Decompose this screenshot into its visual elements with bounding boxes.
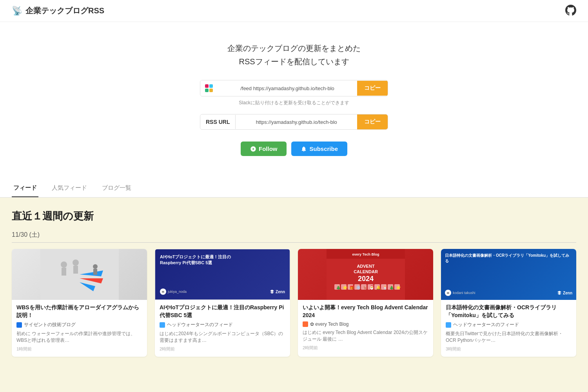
svg-point-3 xyxy=(73,260,79,266)
subscribe-icon xyxy=(301,146,307,152)
rss-url-box: RSS URL https://yamadashy.github.io/tech… xyxy=(200,114,388,130)
main-content: 直近１週間の更新 11/30 (土) xyxy=(0,198,588,392)
blog-icon xyxy=(446,322,451,328)
follow-label: Follow xyxy=(259,145,278,152)
card-image-wbs xyxy=(12,249,147,300)
svg-text:🎁: 🎁 xyxy=(349,285,354,290)
section-title: 直近１週間の更新 xyxy=(12,209,576,223)
card-image-raspberry: AIやIoTプロジェクトに最適！注目のRaspberry Pi代替SBC 5選 … xyxy=(155,249,290,300)
github-icon xyxy=(565,5,576,16)
svg-text:🎄: 🎄 xyxy=(389,285,394,290)
svg-point-8 xyxy=(93,264,98,269)
card-blog: ヘッドウォータースのフィード xyxy=(160,321,285,328)
card-body: AIやIoTプロジェクトに最適！注目のRaspberry Pi代替SBC 5選 … xyxy=(155,300,290,357)
slack-copy-button[interactable]: コピー xyxy=(357,81,388,96)
blog-name: ヘッドウォータースのフィード xyxy=(167,321,233,328)
tab-nav: フィード 人気フィード ブログ一覧 xyxy=(0,180,588,198)
svg-text:CALENDAR: CALENDAR xyxy=(354,269,378,274)
hero-subtitle: 企業のテックブログの更新をまとめたRSSフィードを配信しています xyxy=(8,42,580,68)
card-time: 2時間前 xyxy=(160,346,285,352)
table-row[interactable]: WBSを用いた作業計画をアローダイアグラムから説明！ サイゼントの技術ブログ 初… xyxy=(12,249,147,357)
card-title: AIやIoTプロジェクトに最適！注目のRaspberry Pi代替SBC 5選 xyxy=(160,304,285,319)
logo: 📡 企業テックブログRSS xyxy=(12,5,104,16)
slack-hint-text: Slackに貼り付けると更新を受け取ることができます xyxy=(8,100,580,106)
card-body: 日本語特化の文書画像解析・OCRライブラリ「Yomitoku」を試してみる ヘッ… xyxy=(441,300,576,357)
site-title: 企業テックブログRSS xyxy=(25,5,104,16)
svg-text:🎅: 🎅 xyxy=(369,285,374,290)
svg-text:🎄: 🎄 xyxy=(336,285,341,290)
svg-rect-9 xyxy=(93,269,97,275)
svg-point-1 xyxy=(61,261,67,268)
subscribe-label: Subscribe xyxy=(309,145,338,152)
card-time: 1時間前 xyxy=(16,346,142,352)
svg-text:⭐: ⭐ xyxy=(396,285,401,290)
card-title: いよいよ開幕！every Tech Blog Advent Calendar 2… xyxy=(303,304,428,319)
card-image-advent: every Tech Blog ADVENT CALENDAR 2024 xyxy=(298,249,433,300)
table-row[interactable]: every Tech Blog ADVENT CALENDAR 2024 xyxy=(298,249,433,357)
github-link[interactable] xyxy=(565,5,576,17)
card-image-yomitoku: 日本語特化の文書画像解析・OCRライブラリ「Yomitoku」を試してみる H … xyxy=(441,249,576,300)
card-summary: はじめに2024年もシングルボードコンピュータ（SBC）の需要はますます高ま… xyxy=(160,330,285,344)
rss-url-text: https://yamadashy.github.io/tech-blo xyxy=(236,115,357,129)
action-buttons: Follow Subscribe xyxy=(8,142,580,156)
hero-section: 企業のテックブログの更新をまとめたRSSフィードを配信しています /feed h… xyxy=(0,22,588,180)
card-title: 日本語特化の文書画像解析・OCRライブラリ「Yomitoku」を試してみる xyxy=(446,304,572,319)
card-summary: はじめに every Tech Blog Advent Calendar 202… xyxy=(303,329,428,343)
table-row[interactable]: 日本語特化の文書画像解析・OCRライブラリ「Yomitoku」を試してみる H … xyxy=(441,249,576,357)
card-summary: 初めに ウォーターフォールの作業計画や進捗管理では、WBSと呼ばれる管理表… xyxy=(16,330,142,344)
table-row[interactable]: AIやIoTプロジェクトに最適！注目のRaspberry Pi代替SBC 5選 … xyxy=(155,249,290,357)
card-body: WBSを用いた作業計画をアローダイアグラムから説明！ サイゼントの技術ブログ 初… xyxy=(12,300,147,357)
header: 📡 企業テックブログRSS xyxy=(0,0,588,22)
svg-text:ADVENT: ADVENT xyxy=(357,264,375,269)
subscribe-button[interactable]: Subscribe xyxy=(291,142,347,156)
card-time: 3時間前 xyxy=(446,346,572,352)
blog-name: ✿ every Tech Blog xyxy=(310,321,349,327)
svg-rect-4 xyxy=(73,266,78,274)
follow-icon xyxy=(250,146,256,152)
rss-copy-button[interactable]: コピー xyxy=(357,114,388,129)
slack-feed-box: /feed https://yamadashy.github.io/tech-b… xyxy=(200,80,388,96)
blog-icon xyxy=(303,321,308,327)
svg-text:❄️: ❄️ xyxy=(356,285,361,290)
svg-text:🦌: 🦌 xyxy=(363,285,368,290)
date-header: 11/30 (土) xyxy=(12,231,576,243)
follow-button[interactable]: Follow xyxy=(241,142,287,156)
tab-popular-feed[interactable]: 人気フィード xyxy=(50,180,89,197)
svg-rect-2 xyxy=(62,268,66,276)
svg-text:⭐: ⭐ xyxy=(343,285,348,290)
blog-name: サイゼントの技術ブログ xyxy=(24,321,76,328)
card-time: 2時間前 xyxy=(303,345,428,351)
card-title: WBSを用いた作業計画をアローダイアグラムから説明！ xyxy=(16,304,142,319)
svg-text:🔔: 🔔 xyxy=(376,285,381,290)
svg-text:🕯️: 🕯️ xyxy=(383,285,388,290)
blog-icon xyxy=(16,322,22,328)
card-body: いよいよ開幕！every Tech Blog Advent Calendar 2… xyxy=(298,300,433,356)
card-blog: ヘッドウォータースのフィード xyxy=(446,321,572,328)
rss-icon: 📡 xyxy=(12,6,22,16)
card-blog: サイゼントの技術ブログ xyxy=(16,321,142,328)
svg-text:2024: 2024 xyxy=(358,275,373,283)
blog-name: ヘッドウォータースのフィード xyxy=(453,321,519,328)
cards-grid: WBSを用いた作業計画をアローダイアグラムから説明！ サイゼントの技術ブログ 初… xyxy=(12,249,576,357)
card-blog: ✿ every Tech Blog xyxy=(303,321,428,327)
slack-icon xyxy=(200,80,218,96)
blog-icon xyxy=(160,322,165,328)
tab-feed[interactable]: フィード xyxy=(12,180,38,197)
rss-url-label: RSS URL xyxy=(200,115,236,129)
card-summary: 概要先日Twitterで見かけた日本語特化の文書画像解析・OCR Pythonパ… xyxy=(446,330,572,344)
slack-feed-url-text: /feed https://yamadashy.github.io/tech-b… xyxy=(218,82,357,95)
svg-text:every Tech Blog: every Tech Blog xyxy=(352,252,379,256)
tab-blog-list[interactable]: ブログ一覧 xyxy=(100,180,133,197)
